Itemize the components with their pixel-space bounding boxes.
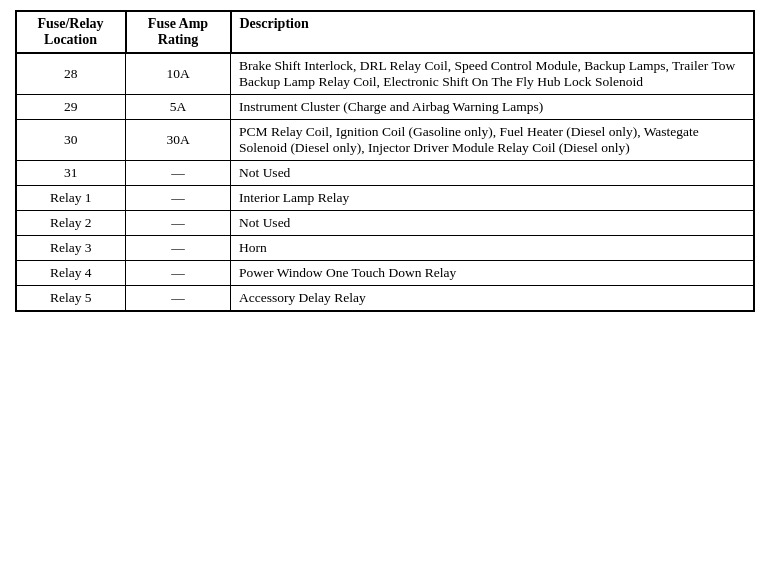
cell-location: Relay 5	[16, 286, 126, 312]
cell-rating: —	[126, 261, 231, 286]
cell-rating: —	[126, 286, 231, 312]
header-location: Fuse/RelayLocation	[16, 11, 126, 53]
cell-rating: 30A	[126, 120, 231, 161]
cell-description: Interior Lamp Relay	[231, 186, 754, 211]
table-row: 295AInstrument Cluster (Charge and Airba…	[16, 95, 754, 120]
cell-description: Not Used	[231, 211, 754, 236]
cell-rating: 10A	[126, 53, 231, 95]
fuse-relay-table-container: Fuse/RelayLocation Fuse AmpRating Descri…	[15, 10, 755, 312]
cell-rating: —	[126, 186, 231, 211]
cell-description: Instrument Cluster (Charge and Airbag Wa…	[231, 95, 754, 120]
table-row: 2810ABrake Shift Interlock, DRL Relay Co…	[16, 53, 754, 95]
cell-location: 30	[16, 120, 126, 161]
table-row: 31—Not Used	[16, 161, 754, 186]
cell-description: PCM Relay Coil, Ignition Coil (Gasoline …	[231, 120, 754, 161]
cell-location: 31	[16, 161, 126, 186]
table-row: 3030APCM Relay Coil, Ignition Coil (Gaso…	[16, 120, 754, 161]
table-row: Relay 3—Horn	[16, 236, 754, 261]
cell-location: Relay 1	[16, 186, 126, 211]
cell-rating: —	[126, 211, 231, 236]
cell-location: Relay 3	[16, 236, 126, 261]
cell-description: Accessory Delay Relay	[231, 286, 754, 312]
cell-location: 28	[16, 53, 126, 95]
cell-location: Relay 4	[16, 261, 126, 286]
table-row: Relay 5—Accessory Delay Relay	[16, 286, 754, 312]
cell-rating: 5A	[126, 95, 231, 120]
header-rating: Fuse AmpRating	[126, 11, 231, 53]
cell-description: Not Used	[231, 161, 754, 186]
cell-rating: —	[126, 236, 231, 261]
cell-rating: —	[126, 161, 231, 186]
table-row: Relay 1—Interior Lamp Relay	[16, 186, 754, 211]
cell-description: Power Window One Touch Down Relay	[231, 261, 754, 286]
cell-description: Brake Shift Interlock, DRL Relay Coil, S…	[231, 53, 754, 95]
cell-description: Horn	[231, 236, 754, 261]
header-description: Description	[231, 11, 754, 53]
table-row: Relay 4—Power Window One Touch Down Rela…	[16, 261, 754, 286]
table-row: Relay 2—Not Used	[16, 211, 754, 236]
fuse-relay-table: Fuse/RelayLocation Fuse AmpRating Descri…	[15, 10, 755, 312]
cell-location: Relay 2	[16, 211, 126, 236]
cell-location: 29	[16, 95, 126, 120]
